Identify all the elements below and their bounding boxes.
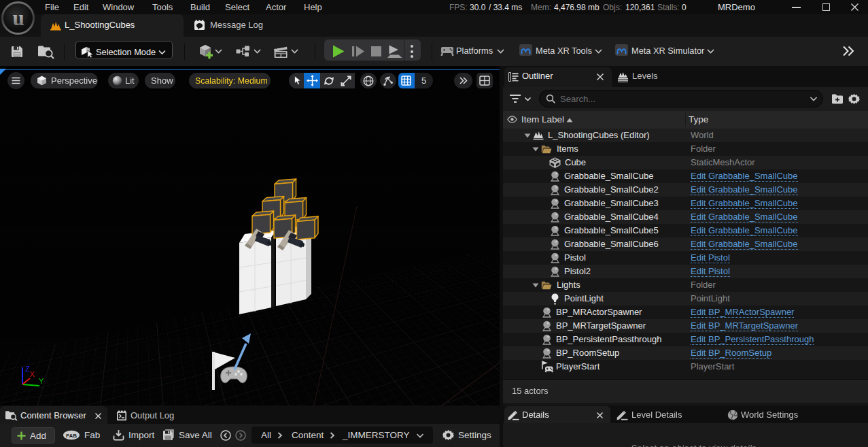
svg-text:u: u [12, 6, 24, 30]
svg-text:Y: Y [39, 377, 44, 385]
svg-text:Z: Z [25, 365, 30, 373]
svg-text:X: X [30, 370, 35, 378]
svg-text:FAB: FAB [66, 433, 77, 439]
